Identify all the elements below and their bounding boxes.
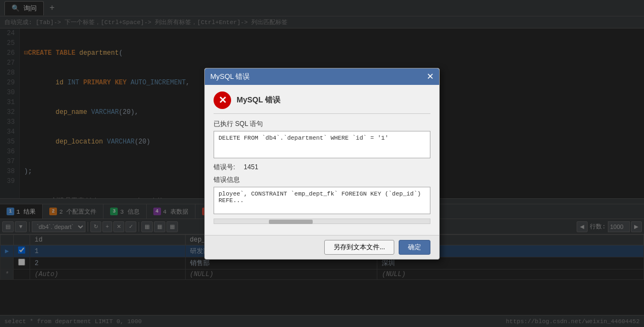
- modal-header-row: ✕ MySQL 错误: [214, 91, 430, 114]
- modal-title: MySQL 错误: [210, 72, 250, 82]
- modal-scrollbar-thumb[interactable]: [269, 220, 313, 224]
- main-container: 🔍 询问 + 自动完成: [Tab]-> 下一个标签，[Ctrl+Space]-…: [0, 0, 644, 327]
- error-info-label: 错误信息: [214, 175, 430, 185]
- modal-title-bar: MySQL 错误 ✕: [205, 68, 439, 85]
- error-no-row: 错误号: 1451: [214, 163, 430, 172]
- error-modal: MySQL 错误 ✕ ✕ MySQL 错误 已执行 SQL 语句 DELETE …: [204, 68, 440, 260]
- save-to-file-button[interactable]: 另存到文本文件...: [324, 240, 394, 255]
- error-no-value: 1451: [244, 163, 258, 171]
- sql-text: DELETE FROM `db4`.`department` WHERE `id…: [219, 135, 388, 141]
- modal-footer: 另存到文本文件... 确定: [205, 235, 439, 259]
- modal-header-title: MySQL 错误: [237, 95, 280, 105]
- modal-scrollbar[interactable]: [214, 219, 430, 224]
- error-info-text: ployee`, CONSTRAINT `emp_dept_fk` FOREIG…: [219, 191, 421, 204]
- sql-section-label: 已执行 SQL 语句: [214, 119, 430, 129]
- error-icon: ✕: [214, 91, 231, 109]
- error-info-box: ployee`, CONSTRAINT `emp_dept_fk` FOREIG…: [214, 187, 430, 214]
- modal-overlay: MySQL 错误 ✕ ✕ MySQL 错误 已执行 SQL 语句 DELETE …: [0, 0, 644, 327]
- modal-body: ✕ MySQL 错误 已执行 SQL 语句 DELETE FROM `db4`.…: [205, 85, 439, 235]
- error-no-label: 错误号:: [214, 163, 238, 172]
- sql-text-box: DELETE FROM `db4`.`department` WHERE `id…: [214, 131, 430, 158]
- ok-button[interactable]: 确定: [399, 240, 430, 255]
- modal-close-button[interactable]: ✕: [427, 72, 434, 81]
